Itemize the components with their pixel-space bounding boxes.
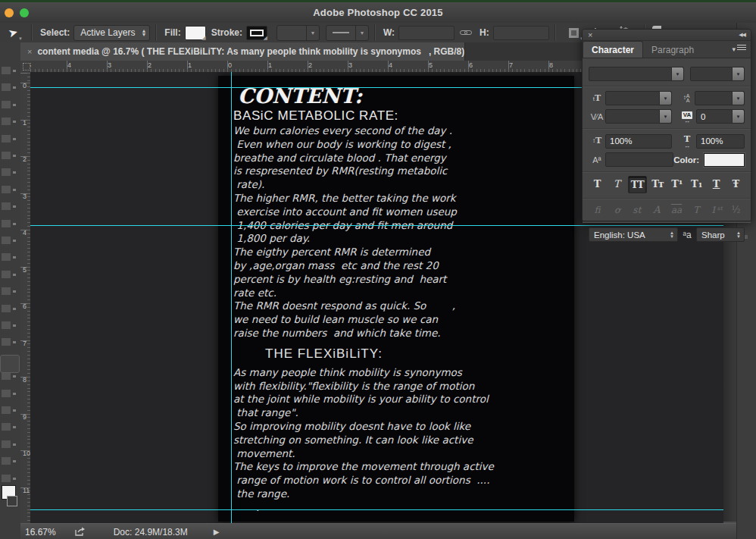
- active-tool-highlight[interactable]: [0, 355, 20, 373]
- canvas-text-layer: CONTENT: BASiC METABOLIC RATE: We burn c…: [233, 85, 570, 515]
- faux-italic-button[interactable]: T: [608, 176, 626, 192]
- contextual-alternates-button[interactable]: ơ: [608, 202, 626, 217]
- small-caps-button[interactable]: Tᴛ: [649, 176, 667, 192]
- all-caps-button[interactable]: TT: [628, 176, 647, 193]
- ruler-origin-corner[interactable]: [20, 61, 31, 73]
- font-size-dropdown[interactable]: ▼: [605, 91, 672, 105]
- type-style-buttons: T T TT Tᴛ T¹ T₁ T Ŧ: [589, 176, 745, 193]
- text-line: stretching on something. It can look lik…: [233, 434, 570, 447]
- font-family-dropdown[interactable]: ▼: [589, 67, 684, 81]
- stroke-type-value: [326, 26, 355, 40]
- underline-button[interactable]: T: [708, 176, 725, 192]
- swash-button[interactable]: A: [648, 202, 665, 217]
- background-color-chip[interactable]: [7, 496, 17, 506]
- ruler-number: 3: [346, 61, 386, 72]
- updown-icon: ▲▼: [733, 231, 744, 239]
- ruler-number: 0: [20, 81, 30, 118]
- chevron-down-icon: ◢: [201, 35, 205, 41]
- select-label: Select:: [40, 27, 70, 38]
- vertical-ruler[interactable]: 01234567891011: [20, 72, 31, 523]
- tools-panel-edge[interactable]: [0, 42, 21, 539]
- close-panel-icon[interactable]: ×: [588, 30, 592, 40]
- strikethrough-button[interactable]: Ŧ: [727, 176, 745, 192]
- text-line: range of motion work is to control all o…: [233, 474, 570, 487]
- tool-icons-column[interactable]: [2, 62, 11, 487]
- chevron-down-icon[interactable]: ▼: [659, 92, 671, 105]
- tool-preset-button[interactable]: ➤ ▼: [3, 25, 23, 40]
- chevron-down-icon[interactable]: ▼: [732, 67, 744, 80]
- titlebar: Adobe Photoshop CC 2015: [0, 2, 756, 24]
- horizontal-scale-icon: T ↔: [678, 133, 696, 149]
- tracking-value: 0: [697, 112, 732, 121]
- text-line: is respresented by RMR(resting metabolic: [233, 165, 570, 178]
- stroke-type-dropdown[interactable]: ▼: [326, 25, 369, 41]
- anti-alias-dropdown[interactable]: Sharp ▲▼: [696, 227, 745, 242]
- fill-swatch[interactable]: ◢: [185, 26, 206, 40]
- link-dimensions-icon[interactable]: [460, 29, 472, 36]
- text-line: 1,800 per day.: [233, 232, 570, 246]
- horizontal-scale-value: 100%: [697, 136, 744, 146]
- color-label: Color:: [673, 155, 699, 165]
- ruler-number: 2: [20, 155, 30, 192]
- baseline-shift-field[interactable]: [605, 152, 673, 167]
- text-color-swatch[interactable]: [704, 153, 745, 167]
- collapse-panel-icon[interactable]: ◀◀: [739, 30, 745, 40]
- panel-header: × ◀◀: [583, 30, 751, 41]
- fractions-button[interactable]: ½: [727, 202, 745, 217]
- ligatures-button[interactable]: fi: [589, 202, 606, 217]
- horizontal-scale-field[interactable]: 100%: [696, 134, 745, 149]
- chevron-down-icon[interactable]: ▼: [659, 110, 671, 123]
- chevron-down-icon[interactable]: ▼: [732, 110, 744, 123]
- chevron-down-icon: ▼: [306, 26, 319, 40]
- vertical-scale-field[interactable]: 100%: [605, 134, 672, 149]
- canvas[interactable]: CONTENT: BASiC METABOLIC RATE: We burn c…: [218, 76, 574, 522]
- updown-icon: ▲▼: [667, 231, 677, 239]
- guide-vertical-left[interactable]: [231, 72, 232, 523]
- stroke-width-dropdown[interactable]: ▼: [276, 25, 320, 41]
- close-tab-icon[interactable]: ×: [27, 47, 32, 56]
- leading-dropdown[interactable]: ▼: [695, 91, 745, 105]
- panel-menu-icon[interactable]: ▾: [732, 45, 746, 53]
- tracking-dropdown[interactable]: 0 ▼: [696, 109, 745, 124]
- faux-bold-button[interactable]: T: [589, 176, 606, 192]
- document-size-status[interactable]: Doc: 24.9M/18.3M: [114, 527, 188, 537]
- width-input[interactable]: [398, 26, 455, 40]
- guide-horizontal-bottom[interactable]: [30, 509, 723, 510]
- tab-character[interactable]: Character: [583, 41, 643, 58]
- document-tab[interactable]: × content media @ 16.7% ( THE FLEXiBiLiT…: [20, 42, 465, 61]
- ruler-number: 1: [20, 118, 30, 155]
- text-line: at the joint while mobility is your abil…: [233, 393, 570, 406]
- chevron-down-icon[interactable]: ▼: [671, 67, 683, 80]
- height-input[interactable]: [493, 26, 549, 40]
- text-line: Even when our body is working to digest …: [233, 138, 570, 152]
- status-more-icon[interactable]: ▶: [214, 528, 220, 536]
- stylistic-alternates-button[interactable]: aa: [668, 202, 686, 217]
- chevron-down-icon[interactable]: ▼: [732, 92, 744, 105]
- language-value: English: USA: [589, 230, 667, 240]
- path-operations-button[interactable]: ▼: [564, 25, 584, 40]
- ruler-number: 7: [20, 339, 30, 376]
- text-line: The eigthy percent RMR is determined: [233, 246, 570, 259]
- language-dropdown[interactable]: English: USA ▲▼: [589, 227, 678, 242]
- anti-alias-value: Sharp: [697, 230, 733, 240]
- separator: [155, 24, 157, 41]
- discretionary-ligatures-button[interactable]: st: [628, 202, 645, 217]
- select-mode-dropdown[interactable]: Active Layers ▲▼: [73, 25, 150, 41]
- height-label: H:: [480, 27, 489, 38]
- tool-flyout-triangles: [13, 70, 16, 487]
- tab-paragraph[interactable]: Paragraph: [643, 42, 702, 58]
- stroke-swatch[interactable]: ◢: [246, 26, 267, 40]
- panel-tabs: Character Paragraph ▾: [583, 41, 751, 58]
- updown-icon: ▲▼: [141, 29, 146, 36]
- separator: [374, 24, 376, 41]
- titling-alternates-button[interactable]: T: [688, 202, 705, 217]
- ordinals-button[interactable]: 1ˢᵗ: [708, 202, 725, 217]
- subscript-button[interactable]: T₁: [688, 176, 705, 192]
- text-line: rate etc.: [233, 287, 570, 300]
- font-style-dropdown[interactable]: ▼: [690, 67, 745, 81]
- superscript-button[interactable]: T¹: [668, 176, 686, 192]
- text-line: breathe and circulate blood . That energ…: [233, 152, 570, 165]
- zoom-level-field[interactable]: 16.67%: [25, 527, 56, 537]
- kerning-dropdown[interactable]: ▼: [605, 109, 672, 124]
- export-icon[interactable]: [74, 527, 86, 537]
